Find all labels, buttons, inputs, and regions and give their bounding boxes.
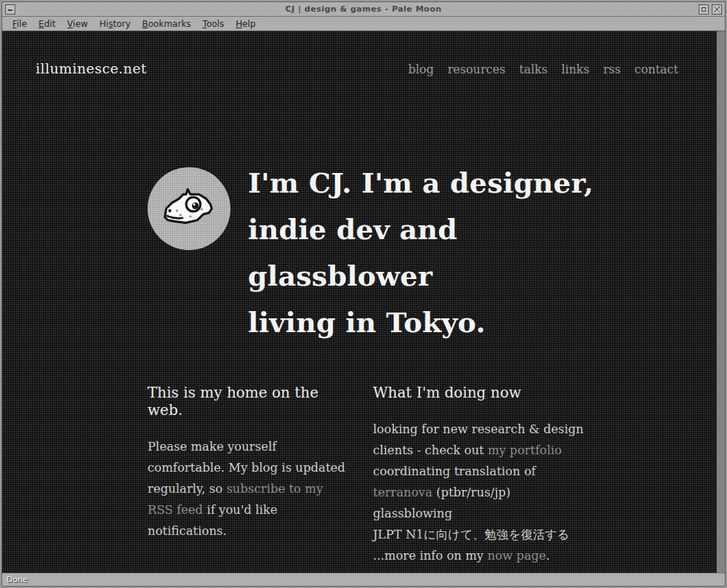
page-content: illuminesce.net blogresourcestalkslinksr… xyxy=(2,31,716,573)
home-section-heading: This is my home on the web. xyxy=(148,384,345,419)
now-item: JLPT N1に向けて、勉強を復活する xyxy=(373,524,593,545)
vertical-scrollbar[interactable] xyxy=(716,31,725,573)
site-name-link[interactable]: illuminesce.net xyxy=(36,60,147,76)
nav-link-talks[interactable]: talks xyxy=(519,63,547,76)
avatar xyxy=(148,167,230,250)
menu-history[interactable]: History xyxy=(94,17,137,31)
now-item: looking for new research & design client… xyxy=(373,419,593,461)
close-icon xyxy=(714,7,720,12)
minimize-icon xyxy=(702,7,706,12)
hero-section: I'm CJ. I'm a designer, indie dev and gl… xyxy=(148,167,598,346)
text-segment: JLPT N1に向けて、勉強を復活する xyxy=(373,528,569,541)
menu-view[interactable]: View xyxy=(61,17,93,31)
dragon-avatar-icon xyxy=(155,182,223,235)
now-item: ...more info on my now page. xyxy=(373,545,593,566)
columns-section: This is my home on the web. Please make … xyxy=(148,384,598,566)
menu-bookmarks[interactable]: Bookmarks xyxy=(137,17,197,31)
menu-tools[interactable]: Tools xyxy=(197,17,230,31)
minimize-button[interactable] xyxy=(699,4,709,15)
site-header: illuminesce.net blogresourcestalkslinksr… xyxy=(2,31,716,76)
link-terranova[interactable]: terranova xyxy=(373,486,433,499)
close-button[interactable] xyxy=(712,4,722,15)
window-title: CJ | design & games - Pale Moon xyxy=(2,4,725,14)
text-segment: . xyxy=(546,549,550,563)
site-nav: blogresourcestalkslinksrsscontact xyxy=(408,63,678,76)
title-bar[interactable]: CJ | design & games - Pale Moon xyxy=(2,2,725,17)
nav-link-resources[interactable]: resources xyxy=(448,63,506,76)
window-menu-icon xyxy=(8,9,12,11)
text-segment: (ptbr/rus/jp) xyxy=(433,486,511,499)
now-section-heading: What I'm doing now xyxy=(373,384,593,401)
status-bar: Done xyxy=(2,573,725,586)
text-segment: coordinating translation of xyxy=(373,464,536,478)
nav-link-contact[interactable]: contact xyxy=(635,63,678,76)
menu-bar: FileEditViewHistoryBookmarksToolsHelp xyxy=(2,17,725,31)
browser-viewport: illuminesce.net blogresourcestalkslinksr… xyxy=(2,31,725,573)
text-segment: glassblowing xyxy=(373,507,452,520)
browser-window: CJ | design & games - Pale Moon FileEdit… xyxy=(1,1,726,587)
nav-link-rss[interactable]: rss xyxy=(603,63,621,76)
menu-help[interactable]: Help xyxy=(230,17,261,31)
window-menu-button[interactable] xyxy=(5,4,15,15)
text-segment: ...more info on my xyxy=(373,549,487,563)
now-section: What I'm doing now looking for new resea… xyxy=(373,384,593,566)
hero-heading-line: indie dev and glassblower xyxy=(248,206,598,299)
home-paragraph: Please make yourself comfortable. My blo… xyxy=(148,436,345,541)
link-now-page[interactable]: now page xyxy=(487,549,546,563)
main-content: I'm CJ. I'm a designer, indie dev and gl… xyxy=(148,167,598,566)
menu-file[interactable]: File xyxy=(7,17,33,31)
window-frame: CJ | design & games - Pale Moon FileEdit… xyxy=(0,0,727,588)
hero-heading-line: living in Tokyo. xyxy=(248,299,598,346)
link-my-portfolio[interactable]: my portfolio xyxy=(488,443,562,457)
hero-heading: I'm CJ. I'm a designer, indie dev and gl… xyxy=(248,160,598,346)
status-text: Done xyxy=(7,575,28,584)
now-item: coordinating translation of terranova (p… xyxy=(373,461,593,503)
hero-heading-line: I'm CJ. I'm a designer, xyxy=(248,160,598,206)
now-item: glassblowing xyxy=(373,503,593,524)
home-section: This is my home on the web. Please make … xyxy=(148,384,345,566)
nav-link-links[interactable]: links xyxy=(561,63,589,76)
nav-link-blog[interactable]: blog xyxy=(408,63,433,76)
menu-edit[interactable]: Edit xyxy=(33,17,61,31)
now-list: looking for new research & design client… xyxy=(373,419,593,566)
